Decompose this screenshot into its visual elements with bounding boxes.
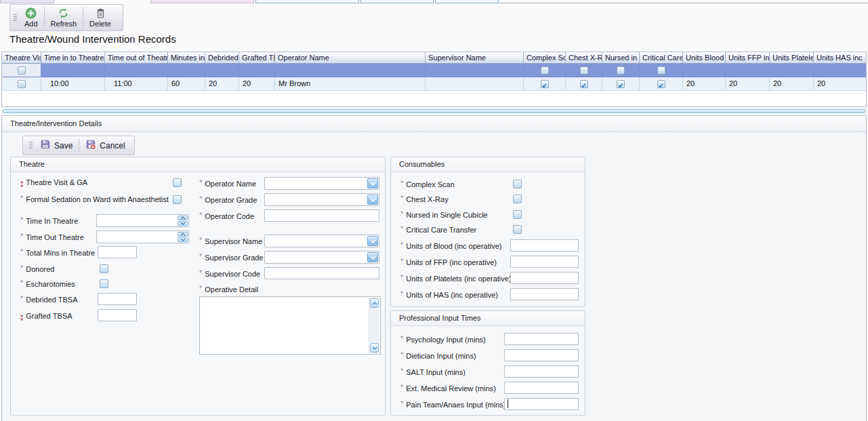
field-label-debrided-tbsa: *Debrided TBSA xyxy=(20,296,78,304)
optional-asterisk: * xyxy=(20,279,23,287)
total-mins-input[interactable] xyxy=(98,246,137,258)
col-complex-scan[interactable]: Complex Scan xyxy=(524,52,566,63)
optional-asterisk: * xyxy=(400,179,403,187)
critical-care-checkbox[interactable] xyxy=(657,66,665,75)
col-supervisor-name[interactable]: Supervisor Name xyxy=(426,52,524,63)
optional-asterisk: * xyxy=(400,224,403,233)
theatre-visit-ga-checkbox[interactable] xyxy=(173,178,182,187)
tab-remnant-active[interactable] xyxy=(150,0,254,3)
complex-scan-checkbox[interactable] xyxy=(541,66,549,75)
chevron-down-icon[interactable] xyxy=(367,252,378,262)
professional-groupbox: Professional Input Times *Psychology Inp… xyxy=(390,310,585,416)
add-button[interactable]: Add xyxy=(18,5,44,31)
save-label: Save xyxy=(54,141,73,151)
optional-asterisk: * xyxy=(199,178,202,186)
col-time-out[interactable]: Time out of Theatre xyxy=(105,52,168,63)
spinner-down-icon xyxy=(178,221,188,226)
cancel-label: Cancel xyxy=(100,141,125,151)
col-time-in[interactable]: Time in to Theatre xyxy=(41,52,105,63)
complex-scan-form-checkbox[interactable] xyxy=(513,180,522,188)
ext-medical-input[interactable] xyxy=(504,382,579,394)
donored-checkbox[interactable] xyxy=(100,264,108,273)
units-platelets-input[interactable] xyxy=(510,272,579,284)
save-button[interactable]: Save xyxy=(34,136,79,155)
toolbar-grip[interactable] xyxy=(12,7,18,28)
col-debrided[interactable]: Debrided TBSA xyxy=(205,52,239,63)
col-units-platelets[interactable]: Units Platelets xyxy=(770,52,814,63)
supervisor-name-combobox[interactable] xyxy=(264,235,379,247)
time-out-theatre-input[interactable] xyxy=(96,230,189,243)
col-operator-name[interactable]: Operator Name xyxy=(275,52,426,63)
dietician-input[interactable] xyxy=(504,349,579,361)
grafted-tbsa-input[interactable] xyxy=(98,309,137,321)
save-toolbar-grip[interactable] xyxy=(28,138,34,153)
cancel-button[interactable]: Cancel xyxy=(79,136,131,155)
field-label-units-has: *Units of HAS (inc operative) xyxy=(400,291,498,299)
required-asterisk: ** xyxy=(20,182,23,189)
delete-button[interactable]: Delete xyxy=(83,5,117,31)
grid-row[interactable]: 10:00 11:00 60 20 20 Mr Brown 20 20 20 2… xyxy=(2,77,866,91)
chest-xray-checkbox[interactable] xyxy=(580,80,588,88)
operative-detail-textarea[interactable] xyxy=(199,296,381,355)
field-label-grafted-tbsa: **Grafted TBSA xyxy=(20,312,73,321)
field-label-time-out-theatre: *Time Out Theatre xyxy=(20,233,84,241)
escharotomies-checkbox[interactable] xyxy=(100,279,108,288)
units-has-input[interactable] xyxy=(510,288,579,300)
debrided-tbsa-input[interactable] xyxy=(98,293,137,305)
col-grafted[interactable]: Grafted TBSA xyxy=(239,52,275,63)
col-theatre-visit[interactable]: Theatre Visit xyxy=(2,52,41,63)
add-label: Add xyxy=(24,20,38,28)
pain-team-input[interactable] xyxy=(504,398,579,410)
time-in-theatre-input[interactable] xyxy=(96,214,189,227)
textarea-scrollbar[interactable] xyxy=(369,298,379,353)
nursed-single-form-checkbox[interactable] xyxy=(513,210,522,219)
supervisor-code-input[interactable] xyxy=(264,267,379,279)
col-critical-care[interactable]: Critical Care xyxy=(640,52,683,63)
col-units-blood[interactable]: Units Blood inc xyxy=(683,52,726,63)
theatre-visit-checkbox[interactable] xyxy=(18,80,26,88)
col-units-ffp[interactable]: Units FFP inc xyxy=(726,52,770,63)
refresh-button[interactable]: Refresh xyxy=(45,5,83,31)
nursed-single-checkbox[interactable] xyxy=(617,80,625,88)
tab-remnant[interactable] xyxy=(255,0,359,3)
chevron-down-icon[interactable] xyxy=(367,195,378,205)
col-nursed-single[interactable]: Nursed in Single xyxy=(602,52,640,63)
tab-remnant[interactable] xyxy=(435,0,499,3)
optional-asterisk: * xyxy=(199,236,202,244)
operator-code-input[interactable] xyxy=(264,209,379,222)
units-blood-input[interactable] xyxy=(510,239,579,252)
delete-label: Delete xyxy=(89,20,111,28)
col-minutes[interactable]: Minutes in Theatre xyxy=(168,52,205,63)
optional-asterisk: * xyxy=(20,216,23,224)
field-label-units-platelets: *Units of Platelets (inc operative) xyxy=(400,275,512,283)
optional-asterisk: * xyxy=(400,399,403,407)
chest-xray-checkbox[interactable] xyxy=(580,66,588,75)
critical-care-checkbox[interactable] xyxy=(657,80,665,88)
chevron-down-icon[interactable] xyxy=(367,178,378,188)
tab-remnant[interactable] xyxy=(360,0,434,3)
salt-input[interactable] xyxy=(504,365,579,378)
critical-care-form-checkbox[interactable] xyxy=(513,225,522,234)
nursed-single-checkbox[interactable] xyxy=(617,66,625,75)
supervisor-grade-combobox[interactable] xyxy=(264,251,379,264)
app-window: Add Refresh Delete Theatre/Wound Interve… xyxy=(0,0,868,421)
grid-row-selected[interactable] xyxy=(2,64,866,77)
tab-remnant[interactable] xyxy=(0,0,54,3)
optional-asterisk: * xyxy=(20,264,23,272)
time-out-spinner[interactable] xyxy=(178,232,188,242)
chevron-down-icon[interactable] xyxy=(367,236,378,246)
col-chest-xray[interactable]: Chest X-Ray xyxy=(566,52,602,63)
units-ffp-input[interactable] xyxy=(510,256,579,268)
operator-name-combobox[interactable] xyxy=(264,177,379,190)
splitter-handle[interactable] xyxy=(2,109,866,113)
field-label-operator-grade: *Operator Grade xyxy=(199,196,257,204)
theatre-visit-checkbox[interactable] xyxy=(18,66,26,75)
psychology-input[interactable] xyxy=(504,333,579,345)
col-units-has[interactable]: Units HAS inc xyxy=(814,52,868,63)
chest-xray-form-checkbox[interactable] xyxy=(513,195,522,203)
formal-sedation-checkbox[interactable] xyxy=(173,195,182,204)
operator-grade-combobox[interactable] xyxy=(264,193,379,206)
time-in-spinner[interactable] xyxy=(178,216,188,226)
complex-scan-checkbox[interactable] xyxy=(541,80,549,88)
optional-asterisk: * xyxy=(400,289,403,298)
